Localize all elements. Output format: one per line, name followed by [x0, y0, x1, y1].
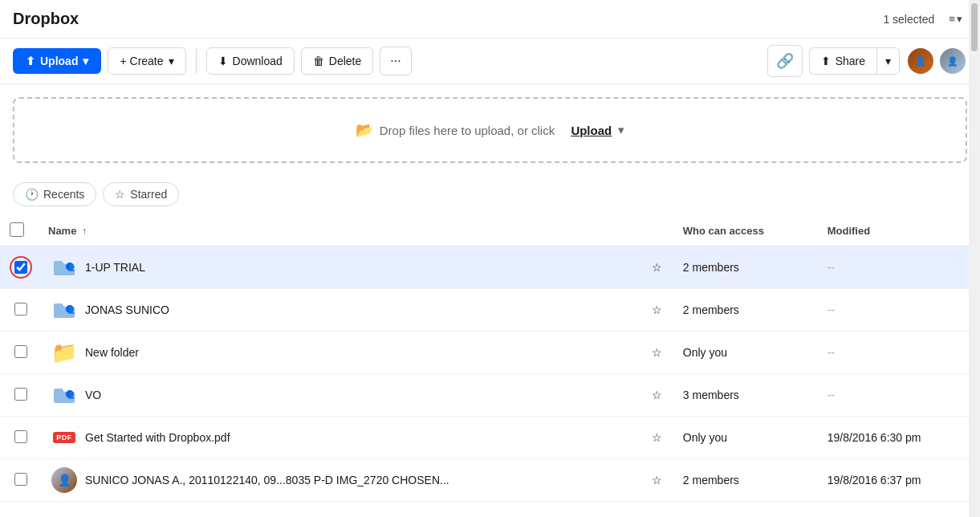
select-all-checkbox[interactable] [10, 222, 24, 237]
file-name-label: Get Started with Dropbox.pdf [85, 431, 230, 444]
file-name-cell: 👤 JONAS SUNICO [42, 289, 641, 332]
header: Dropbox 1 selected ≡ ▾ [0, 0, 980, 39]
filter-tabs: 🕐 Recents ☆ Starred [0, 176, 980, 206]
more-options-button[interactable]: ··· [380, 47, 411, 75]
folder-upload-icon: 📂 [356, 121, 373, 139]
create-chevron-icon: ▾ [169, 55, 174, 67]
file-name-cell: 📁 New folder [42, 332, 641, 374]
col-name-header[interactable]: Name ↑ [42, 216, 641, 246]
modified-cell: -- [818, 289, 980, 332]
file-name-cell: PDF Get Started with Dropbox.pdf [42, 417, 641, 459]
modified-cell: 19/8/2016 6:30 pm [818, 417, 980, 459]
col-who-header: Who can access [673, 216, 818, 246]
list-view-button[interactable]: ≡ ▾ [944, 10, 967, 28]
file-name-cell: 👤 VO [42, 374, 641, 417]
svg-text:👤: 👤 [67, 263, 75, 271]
who-cell: 2 members [673, 459, 818, 502]
share-icon: ⬆ [821, 55, 831, 67]
shared-folder-icon: 👤 [51, 297, 77, 323]
selected-checkbox-circle[interactable] [10, 256, 32, 279]
file-name-label: JONAS SUNICO [85, 303, 169, 316]
star-cell[interactable]: ☆ [641, 459, 673, 502]
avatar-1: 👤 [906, 47, 935, 75]
file-checkbox[interactable] [14, 345, 27, 358]
upload-icon: ⬆ [26, 55, 35, 67]
file-name-cell: 👤 1-UP TRIAL [42, 246, 641, 289]
file-name-label: New folder [85, 346, 139, 359]
chain-icon: 🔗 [776, 52, 794, 70]
modified-cell: -- [818, 374, 980, 417]
table-row: 📁 New folder ☆ Only you -- [0, 332, 980, 374]
shared-folder-icon: 👤 [51, 254, 77, 280]
tab-starred[interactable]: ☆ Starred [103, 182, 179, 206]
file-name-label: 1-UP TRIAL [85, 261, 145, 274]
svg-text:👤: 👤 [67, 306, 75, 314]
table-row: PDF Get Started with Dropbox.pdf ☆ Only … [0, 417, 980, 459]
upload-chevron-icon: ▾ [83, 55, 88, 67]
upload-link[interactable]: Upload [571, 124, 612, 137]
file-checkbox[interactable] [14, 388, 27, 401]
upload-button[interactable]: ⬆ Upload ▾ [13, 48, 101, 74]
download-icon: ⬇ [218, 55, 228, 67]
modified-cell: 19/8/2016 6:37 pm [818, 459, 980, 502]
col-star-header [641, 216, 673, 246]
checkbox-cell[interactable] [0, 332, 42, 374]
avatar-group: 👤 👤 [906, 47, 967, 75]
select-all-cell[interactable] [0, 216, 42, 246]
modified-cell: -- [818, 332, 980, 374]
checkbox-cell[interactable] [0, 374, 42, 417]
dropzone-text: 📂 Drop files here to upload, or click Up… [356, 121, 624, 139]
star-cell[interactable]: ☆ [641, 417, 673, 459]
app-title: Dropbox [13, 10, 79, 28]
who-cell: 3 members [673, 374, 818, 417]
col-modified-header: Modified [818, 216, 980, 246]
scrollbar[interactable] [969, 0, 980, 517]
star-icon: ☆ [115, 188, 125, 201]
file-checkbox[interactable] [14, 430, 27, 443]
chain-link-button[interactable]: 🔗 [767, 45, 803, 77]
table-row: 👤 JONAS SUNICO ☆ 2 members -- [0, 289, 980, 332]
star-cell[interactable]: ☆ [641, 332, 673, 374]
file-checkbox[interactable] [14, 261, 27, 274]
chevron-down-icon: ▾ [957, 13, 962, 25]
toolbar: ⬆ Upload ▾ + Create ▾ ⬇ Download 🗑 Delet… [0, 39, 980, 84]
svg-text:👤: 👤 [67, 391, 75, 399]
plain-folder-icon: 📁 [51, 340, 77, 365]
tab-recents[interactable]: 🕐 Recents [13, 182, 96, 206]
scroll-thumb[interactable] [971, 3, 978, 51]
pdf-icon: PDF [51, 425, 77, 450]
file-table: Name ↑ Who can access Modified 👤 [0, 216, 980, 502]
share-chevron-icon: ▾ [885, 55, 891, 67]
checkbox-cell[interactable] [0, 289, 42, 332]
toolbar-divider [196, 48, 197, 74]
table-row: 👤 SUNICO JONAS A., 20110122140, 09...803… [0, 459, 980, 502]
star-cell[interactable]: ☆ [641, 289, 673, 332]
selected-label: 1 selected [883, 13, 934, 26]
delete-button[interactable]: 🗑 Delete [301, 47, 373, 75]
share-button-group: ⬆ Share ▾ [809, 47, 900, 75]
dropzone[interactable]: 📂 Drop files here to upload, or click Up… [13, 97, 967, 163]
file-checkbox[interactable] [14, 473, 27, 486]
file-name-cell: 👤 SUNICO JONAS A., 20110122140, 09...803… [42, 459, 641, 502]
sort-arrow-icon: ↑ [82, 226, 87, 237]
checkbox-cell[interactable] [0, 417, 42, 459]
share-dropdown-button[interactable]: ▾ [876, 47, 900, 75]
table-header-row: Name ↑ Who can access Modified [0, 216, 980, 246]
who-cell: Only you [673, 417, 818, 459]
who-cell: 2 members [673, 289, 818, 332]
star-cell[interactable]: ☆ [641, 374, 673, 417]
list-icon: ≡ [949, 13, 955, 25]
header-right: 1 selected ≡ ▾ [883, 10, 967, 28]
file-checkbox[interactable] [14, 303, 27, 315]
checkbox-cell[interactable] [0, 459, 42, 502]
modified-cell: -- [818, 246, 980, 289]
table-row: 👤 1-UP TRIAL ☆ 2 members -- [0, 246, 980, 289]
download-button[interactable]: ⬇ Download [206, 47, 295, 75]
avatar-2: 👤 [938, 47, 967, 75]
checkbox-cell[interactable] [0, 246, 42, 289]
star-cell[interactable]: ☆ [641, 246, 673, 289]
share-button[interactable]: ⬆ Share [809, 47, 876, 75]
table-row: 👤 VO ☆ 3 members -- [0, 374, 980, 417]
create-button[interactable]: + Create ▾ [108, 47, 185, 75]
header-left: Dropbox [13, 10, 79, 28]
